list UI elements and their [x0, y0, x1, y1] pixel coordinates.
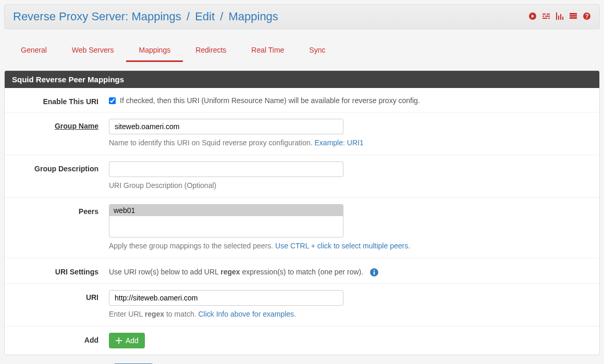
row-group-description: Group Description URI Group Description …	[5, 155, 599, 198]
chart-icon[interactable]	[556, 12, 564, 22]
label-uri: URI	[10, 290, 109, 302]
peers-select[interactable]: web01	[109, 204, 343, 237]
add-button[interactable]: Add	[109, 333, 145, 348]
group-description-input[interactable]	[109, 161, 343, 177]
group-name-input[interactable]	[109, 119, 343, 134]
play-icon[interactable]	[528, 12, 537, 22]
uri-help: Enter URL regex to match. Click Info abo…	[109, 309, 594, 320]
uri-help-link[interactable]: Click Info above for examples.	[198, 310, 296, 318]
row-uri-settings: URI Settings Use URI row(s) below to add…	[5, 258, 599, 284]
enable-uri-control[interactable]: If checked, then this URI (Uniform Resou…	[109, 94, 594, 105]
save-row: Save	[4, 357, 600, 364]
label-enable-uri: Enable This URI	[10, 94, 109, 106]
info-icon[interactable]	[369, 268, 379, 277]
tab-real-time[interactable]: Real Time	[239, 40, 297, 62]
label-peers: Peers	[10, 204, 109, 216]
group-name-help: Name to identify this URI on Squid rever…	[109, 137, 594, 148]
group-name-example-link[interactable]: Example: URI1	[315, 139, 364, 147]
enable-uri-description: If checked, then this URI (Uniform Resou…	[120, 96, 420, 105]
row-enable-uri: Enable This URI If checked, then this UR…	[5, 88, 599, 112]
log-icon[interactable]	[569, 12, 577, 22]
breadcrumb-part-1[interactable]: Reverse Proxy Server: Mappings	[13, 10, 181, 23]
plus-icon	[115, 337, 122, 344]
row-peers: Peers web01 Apply these group mappings t…	[5, 198, 599, 258]
breadcrumb-part-2[interactable]: Edit	[195, 10, 215, 23]
row-add: Add Add	[5, 327, 599, 355]
uri-input[interactable]	[109, 290, 343, 306]
breadcrumb: Reverse Proxy Server: Mappings / Edit / …	[13, 10, 278, 23]
tab-bar: General Web Servers Mappings Redirects R…	[4, 40, 600, 62]
peers-help: Apply these group mappings to the select…	[109, 241, 594, 252]
enable-uri-checkbox[interactable]	[109, 97, 116, 104]
form-section: Squid Reverse Peer Mappings Enable This …	[4, 70, 600, 355]
peers-help-link[interactable]: Use CTRL + click to select multiple peer…	[275, 242, 410, 250]
label-uri-settings: URI Settings	[10, 265, 109, 276]
tab-web-servers[interactable]: Web Servers	[59, 40, 127, 62]
svg-rect-2	[374, 270, 375, 271]
header-action-icons	[528, 12, 591, 22]
tab-redirects[interactable]: Redirects	[183, 40, 239, 62]
breadcrumb-separator: /	[220, 10, 223, 23]
group-description-help: URI Group Description (Optional)	[109, 180, 594, 191]
svg-rect-1	[374, 272, 375, 275]
label-group-name: Group Name	[10, 119, 109, 130]
sliders-icon[interactable]	[542, 12, 550, 22]
breadcrumb-separator: /	[187, 10, 190, 23]
tab-sync[interactable]: Sync	[297, 40, 338, 62]
peers-option-web01[interactable]: web01	[109, 205, 343, 216]
row-uri: URI Enter URL regex to match. Click Info…	[5, 284, 599, 327]
breadcrumb-part-3[interactable]: Mappings	[228, 10, 278, 23]
label-add: Add	[10, 333, 109, 344]
label-group-description: Group Description	[10, 161, 109, 173]
tab-mappings[interactable]: Mappings	[126, 40, 183, 62]
uri-settings-text: Use URI row(s) below to add URL regex ex…	[109, 265, 594, 277]
section-title: Squid Reverse Peer Mappings	[5, 71, 599, 88]
tab-general[interactable]: General	[8, 40, 59, 62]
row-group-name: Group Name Name to identify this URI on …	[5, 112, 599, 155]
page-header: Reverse Proxy Server: Mappings / Edit / …	[4, 4, 600, 29]
help-icon[interactable]	[583, 12, 591, 22]
